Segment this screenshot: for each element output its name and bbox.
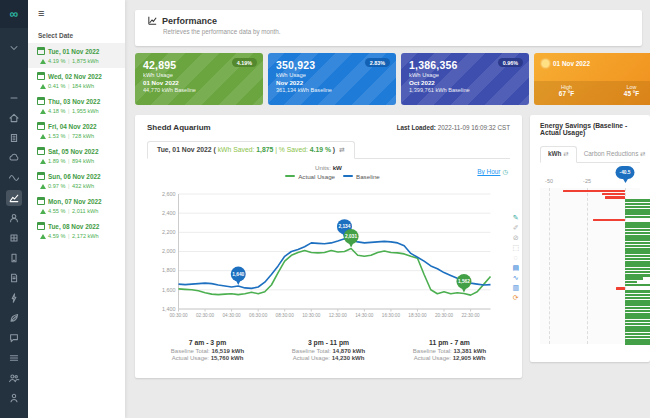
savings-bar[interactable] xyxy=(625,313,650,316)
by-hour-link[interactable]: By Hour◷ xyxy=(477,168,508,176)
nav-wave-icon[interactable] xyxy=(0,168,28,188)
savings-bar[interactable] xyxy=(625,229,650,232)
brush-tool-icon[interactable]: ✐ xyxy=(512,223,519,232)
lasso-tool-icon[interactable]: ◌ xyxy=(512,253,519,262)
day-tab[interactable]: Tue, 01 Nov 2022 ( kWh Saved: 1,875 | % … xyxy=(147,141,355,159)
nav-leaf-icon[interactable] xyxy=(0,308,28,328)
baseline-total-line: Baseline Total: 14,870 kWh xyxy=(292,348,365,354)
nav-person-icon[interactable] xyxy=(0,388,28,408)
kpi-card[interactable]: 1,386,356 kWh Usage Oct 2022 1,399,761 k… xyxy=(401,53,529,105)
savings-bar[interactable] xyxy=(625,274,650,277)
savings-bar[interactable] xyxy=(625,294,650,297)
date-list-item[interactable]: Sun, 06 Nov 2022 0.97 % | 432 kWh xyxy=(28,168,125,193)
savings-bar[interactable] xyxy=(625,245,650,248)
savings-bar[interactable] xyxy=(625,268,650,271)
savings-bar[interactable] xyxy=(625,320,650,323)
nav-cloud-icon[interactable] xyxy=(0,148,28,168)
savings-bar[interactable] xyxy=(625,209,650,212)
nav-chat-icon[interactable] xyxy=(0,328,28,348)
date-list-item[interactable]: Mon, 07 Nov 2022 4.55 % | 2,011 kWh xyxy=(28,193,125,218)
savings-bar[interactable] xyxy=(625,310,650,313)
savings-bar[interactable] xyxy=(625,277,643,280)
bar-chart-tool-icon[interactable]: ▥ xyxy=(512,283,519,292)
date-list-item[interactable]: Tue, 08 Nov 2022 4.59 % | 2,172 kWh xyxy=(28,218,125,243)
savings-bar[interactable] xyxy=(625,251,650,254)
savings-bar[interactable] xyxy=(625,238,650,241)
savings-bar[interactable] xyxy=(625,307,650,310)
savings-bar-chart[interactable]: -50-25-40.5 xyxy=(540,166,640,344)
nav-grid-icon[interactable] xyxy=(0,228,28,248)
savings-bar[interactable] xyxy=(625,242,650,245)
savings-bar[interactable] xyxy=(625,303,650,306)
app-logo[interactable]: ∞ xyxy=(0,0,28,28)
nav-sliders-icon[interactable] xyxy=(0,348,28,368)
savings-bar[interactable] xyxy=(625,206,650,209)
date-list-item[interactable]: Wed, 02 Nov 2022 0.41 % | 184 kWh xyxy=(28,68,125,93)
weather-card[interactable]: 01 Nov 2022 High 67 °F Low 45 °F xyxy=(534,53,650,105)
legend-label[interactable]: Actual Usage xyxy=(298,173,335,180)
savings-bar[interactable] xyxy=(605,196,625,199)
savings-bar[interactable] xyxy=(625,199,650,202)
nav-building-icon[interactable] xyxy=(0,128,28,148)
savings-bar[interactable] xyxy=(625,264,650,267)
swap-icon[interactable]: ⇄ xyxy=(339,146,345,153)
savings-bar[interactable] xyxy=(625,339,650,342)
savings-bar[interactable] xyxy=(625,232,650,235)
menu-hamburger-icon[interactable]: ≡ xyxy=(38,7,44,19)
date-list-item[interactable]: Tue, 01 Nov 2022 4.19 % | 1,875 kWh xyxy=(28,43,125,68)
savings-bar[interactable] xyxy=(625,316,650,319)
chevron-down-icon[interactable] xyxy=(0,42,28,54)
savings-tab-kwh[interactable]: kWh ⇄ xyxy=(540,146,577,163)
box-select-tool-icon[interactable]: ⬚ xyxy=(512,243,519,252)
savings-bar[interactable] xyxy=(625,297,650,300)
nav-user-icon[interactable] xyxy=(0,208,28,228)
data-view-tool-icon[interactable]: ▤ xyxy=(512,263,519,272)
nav-home-icon[interactable] xyxy=(0,108,28,128)
savings-bar[interactable] xyxy=(625,290,650,293)
savings-bar[interactable] xyxy=(625,326,650,329)
savings-bar[interactable] xyxy=(625,222,650,225)
nav-minus-icon[interactable] xyxy=(0,88,28,108)
date-list-item[interactable]: Fri, 04 Nov 2022 1.53 % | 728 kWh xyxy=(28,118,125,143)
savings-bar[interactable] xyxy=(625,255,650,258)
nav-performance-icon[interactable] xyxy=(0,188,28,208)
day-tab-bar: Tue, 01 Nov 2022 ( kWh Saved: 1,875 | % … xyxy=(147,138,510,159)
line-chart-tool-icon[interactable]: ∿ xyxy=(512,273,519,282)
savings-bar[interactable] xyxy=(625,281,637,284)
date-list-item[interactable]: Sat, 05 Nov 2022 1.89 % | 894 kWh xyxy=(28,143,125,168)
savings-bar[interactable] xyxy=(625,284,650,287)
savings-bar[interactable] xyxy=(625,323,650,326)
savings-tab-carbon-reductions[interactable]: Carbon Reductions ⇄ xyxy=(577,147,650,162)
nav-users-icon[interactable] xyxy=(0,368,28,388)
nav-bolt-icon[interactable] xyxy=(0,288,28,308)
savings-bar[interactable] xyxy=(616,287,625,290)
savings-bar[interactable] xyxy=(563,190,625,193)
clear-tool-icon[interactable]: ⊘ xyxy=(512,233,519,242)
savings-bar[interactable] xyxy=(625,216,650,219)
date-list-item[interactable]: Thu, 03 Nov 2022 4.18 % | 1,955 kWh xyxy=(28,93,125,118)
savings-bar[interactable] xyxy=(602,193,625,196)
savings-bar[interactable] xyxy=(593,219,625,222)
savings-bar[interactable] xyxy=(625,235,650,238)
edit-tool-icon[interactable]: ✎ xyxy=(512,213,519,222)
nav-document-icon[interactable] xyxy=(0,268,28,288)
kpi-card[interactable]: 42,895 kWh Usage 01 Nov 2022 44,770 kWh … xyxy=(135,53,263,105)
savings-bar[interactable] xyxy=(625,342,650,345)
savings-bar[interactable] xyxy=(625,212,650,215)
savings-bar[interactable] xyxy=(625,225,650,228)
savings-bar[interactable] xyxy=(625,336,650,339)
nav-phone-icon[interactable] xyxy=(0,248,28,268)
savings-bar[interactable] xyxy=(625,329,650,332)
usage-line-chart[interactable]: 1,4001,6001,8002,0002,2002,4002,60000:30… xyxy=(147,184,510,338)
kpi-card[interactable]: 350,923 kWh Usage Nov 2022 361,134 kWh B… xyxy=(268,53,396,105)
restore-tool-icon[interactable]: ⟳ xyxy=(512,293,519,302)
savings-bar[interactable] xyxy=(625,203,650,206)
legend-label[interactable]: Baseline xyxy=(356,173,380,180)
savings-bar[interactable] xyxy=(625,300,650,303)
savings-bar[interactable] xyxy=(625,261,650,264)
savings-bar[interactable] xyxy=(625,248,650,251)
savings-bar[interactable] xyxy=(625,271,650,274)
savings-bar[interactable] xyxy=(625,258,650,261)
savings-bar[interactable] xyxy=(625,333,650,336)
date-label: Wed, 02 Nov 2022 xyxy=(48,73,102,80)
